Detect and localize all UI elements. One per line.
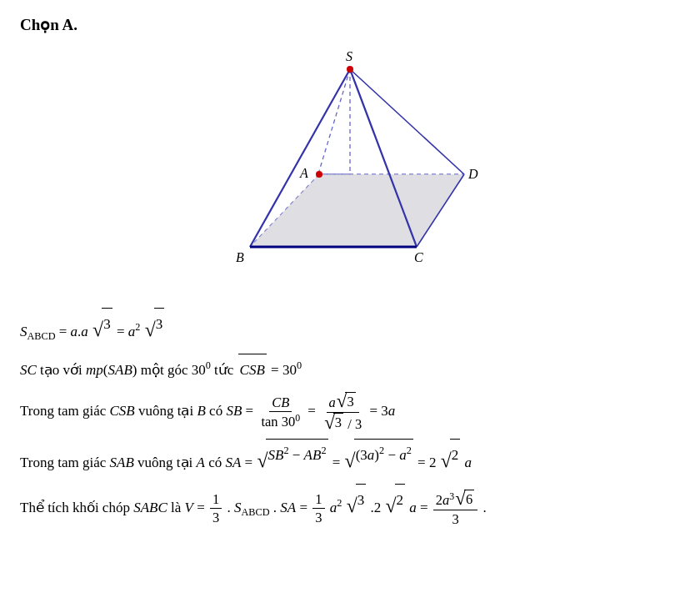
svg-marker-5 bbox=[250, 174, 464, 247]
svg-text:C: C bbox=[414, 250, 423, 264]
page-header: Chọn A. bbox=[20, 15, 680, 34]
header-title: Chọn A. bbox=[20, 16, 78, 33]
svg-text:S: S bbox=[346, 49, 352, 63]
diagram-container: S A B C D bbox=[20, 43, 680, 293]
svg-line-8 bbox=[350, 69, 464, 174]
svg-point-16 bbox=[347, 66, 353, 73]
svg-text:A: A bbox=[299, 166, 308, 180]
math-line-1: SABCD = a.a √3 = a2 √3 bbox=[20, 308, 680, 348]
svg-text:D: D bbox=[468, 167, 478, 181]
svg-line-0 bbox=[319, 69, 350, 171]
svg-point-17 bbox=[316, 171, 322, 178]
math-line-3: Trong tam giác CSB vuông tại B có SB = C… bbox=[20, 391, 680, 433]
math-section: SABCD = a.a √3 = a2 √3 SC tạo với mp(SAB… bbox=[20, 308, 680, 528]
geometry-diagram: S A B C D bbox=[171, 43, 529, 293]
math-line-5: Thể tích khối chóp SABC là V = 1 3 . SAB… bbox=[20, 484, 680, 528]
math-line-4: Trong tam giác SAB vuông tại A có SA = √… bbox=[20, 439, 680, 478]
math-line-2: SC tạo với mp(SAB) một góc 300 tức CSB =… bbox=[20, 354, 680, 385]
svg-text:B: B bbox=[236, 250, 244, 264]
